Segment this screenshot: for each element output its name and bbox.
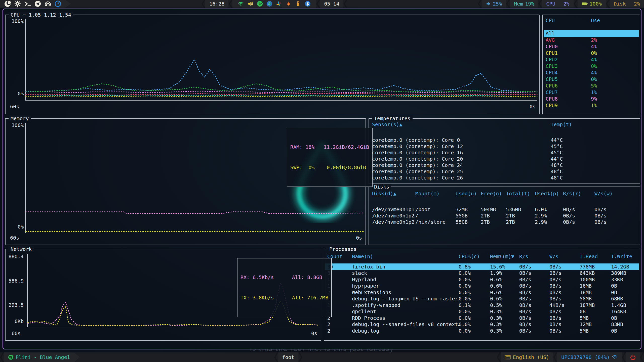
- process-col-header[interactable]: Mem%(m)▼: [490, 253, 519, 259]
- cpu-core-row[interactable]: CPU10%: [544, 50, 639, 56]
- process-col-header[interactable]: R/s: [519, 253, 549, 259]
- spiral-icon[interactable]: [45, 1, 51, 7]
- memory-value: 19%: [525, 1, 534, 7]
- process-row[interactable]: 1Hyprland0.0%0.6%0B/s0B/s100MB33KB: [325, 276, 639, 283]
- process-row[interactable]: 1hyprpaper0.0%0.6%0B/s0B/s16MB0B: [325, 283, 639, 289]
- flame-icon[interactable]: [286, 1, 292, 7]
- clock-module[interactable]: 16:28: [205, 0, 228, 8]
- disk-row[interactable]: /dev/nvme0n1p2/nix/store55GB2TB2TB2.9%0B…: [372, 219, 637, 225]
- disk-col-header[interactable]: R/s(r): [563, 191, 594, 197]
- sensor-col-header[interactable]: Sensor(s)▲: [372, 121, 551, 127]
- snowflake-icon[interactable]: [14, 1, 21, 7]
- cpu-core-row[interactable]: CPU89%: [544, 96, 639, 102]
- mem-chart-svg-series-RAM: [26, 212, 364, 214]
- cpu-usage-graph: [25, 19, 537, 101]
- cpu-core-row[interactable]: CPU44%: [544, 69, 639, 76]
- process-col-header[interactable]: T.Read: [580, 253, 611, 259]
- disk-col-header[interactable]: W/s(w): [594, 191, 613, 197]
- system-tray: [232, 0, 316, 8]
- disk-cell: 55GB: [456, 219, 481, 225]
- process-cell: hyprpaper: [352, 283, 459, 289]
- temperature-row[interactable]: coretemp.0 (coretemp): Core 1645°C: [372, 149, 637, 156]
- temperature-row[interactable]: coretemp.0 (coretemp): Core 044°C: [372, 137, 637, 143]
- process-col-header[interactable]: T.Write: [611, 253, 632, 259]
- wifi-icon[interactable]: [238, 1, 244, 7]
- cpu-core-row[interactable]: CPU91%: [544, 102, 639, 109]
- disk-row[interactable]: /dev/nvme0n1p2/55GB2TB2TB2.9%0B/s0B/s: [372, 212, 637, 219]
- bluetooth-icon[interactable]: [305, 1, 311, 7]
- sensor-name: coretemp.0 (coretemp): Core 24: [372, 162, 551, 168]
- disk-col-header[interactable]: Mount(m): [415, 191, 456, 197]
- process-row[interactable]: 35firefox-bin0.8%15.6%0B/s0B/s778MB14.2G…: [325, 263, 639, 270]
- cpu-core-row[interactable]: CPU04%: [544, 43, 639, 50]
- process-row[interactable]: 2WebExtensions0.0%0.6%0B/s0B/s18MB0B: [325, 289, 639, 296]
- now-playing-module[interactable]: Plini - Blue Angel: [4, 352, 74, 362]
- process-cell: 0.6%: [490, 277, 519, 283]
- disk-col-header[interactable]: Used(u): [456, 191, 481, 197]
- process-cell: 0B/s: [549, 308, 580, 314]
- process-row[interactable]: 1debug.log --lang=en-US --num-raster…0.0…: [325, 296, 639, 302]
- process-row[interactable]: 1gpclient0.0%0.3%0B/s0B/s0B164KB: [325, 308, 639, 315]
- mem-xtick-0s: 0s: [356, 235, 362, 241]
- cpu-load-average: 1.05 1.12 1.54: [29, 12, 71, 18]
- power-icon[interactable]: [630, 354, 636, 360]
- usb-icon[interactable]: [295, 1, 301, 7]
- process-cell: 0B/s: [519, 328, 549, 334]
- cpu-core-row[interactable]: AVG2%: [544, 37, 639, 43]
- sensor-name: coretemp.0 (coretemp): Core 12: [372, 143, 551, 149]
- battery-module[interactable]: 100%: [578, 0, 606, 8]
- process-row[interactable]: 2RDD Process0.0%0.3%0B/s0B/s5MB0B: [325, 315, 639, 321]
- speaker-icon[interactable]: [247, 1, 253, 7]
- terminal-icon[interactable]: [24, 1, 31, 7]
- wifi-icon: [612, 355, 618, 360]
- disk-col-header[interactable]: Total(t): [506, 191, 535, 197]
- process-cell: 0.0%: [459, 296, 490, 302]
- cpu-core-row[interactable]: CPU30%: [544, 63, 639, 69]
- net-ytick-293: 293.5: [8, 302, 24, 308]
- memory-module[interactable]: Mem 19%: [510, 0, 538, 8]
- disk-cell: 6.0%: [535, 206, 563, 212]
- disk-col-header[interactable]: Disk(d)▲: [372, 191, 415, 197]
- temperature-row[interactable]: coretemp.0 (coretemp): Core 1245°C: [372, 143, 637, 149]
- separator-chevron: [606, 0, 610, 8]
- process-row[interactable]: 2debug.log --shared-files=v8_context…0.0…: [325, 321, 639, 328]
- disk-row[interactable]: /dev/nvme0n1p1/boot32MB504MB536MB6.0%0B/…: [372, 206, 637, 212]
- disk-col-header[interactable]: Used%(p): [535, 191, 563, 197]
- power-module[interactable]: [626, 352, 640, 362]
- sensor-temp: 44°C: [551, 137, 563, 143]
- temp-col-header[interactable]: Temp(t): [551, 121, 572, 127]
- sensor-name: coretemp.0 (coretemp): Core 26: [372, 175, 551, 181]
- cpu-core-row[interactable]: All: [544, 30, 639, 37]
- spotify-icon[interactable]: [257, 1, 263, 7]
- cpu-core-row[interactable]: CPU65%: [544, 82, 639, 89]
- process-col-header[interactable]: CPU%(c): [459, 253, 490, 259]
- process-col-header[interactable]: Name(n): [352, 253, 459, 259]
- cpu-module[interactable]: CPU 2%: [542, 0, 573, 8]
- use-col-header[interactable]: Use: [591, 17, 600, 23]
- memory-legend: RAM: 18% 11.2GiB/62.4GiB SWP: 0% 0.0GiB/…: [287, 128, 373, 187]
- cpu-core-row[interactable]: CPU71%: [544, 89, 639, 96]
- process-row[interactable]: 8slack0.0%1.9%0B/s0B/s643KB389MB: [325, 270, 639, 277]
- keyboard-layout-module[interactable]: English (US): [501, 352, 553, 362]
- disk-col-header[interactable]: Free(n): [481, 191, 506, 197]
- gauge-icon[interactable]: [55, 1, 61, 7]
- slack-icon[interactable]: [276, 1, 282, 7]
- temperature-row[interactable]: coretemp.0 (coretemp): Core 2648°C: [372, 174, 637, 181]
- disk-module[interactable]: Disk 2%: [610, 0, 644, 8]
- wifi-network-module[interactable]: UPC8379790 (84%): [557, 352, 622, 362]
- telegram-icon[interactable]: [34, 1, 41, 7]
- volume-module[interactable]: 25%: [482, 0, 506, 8]
- temperature-row[interactable]: coretemp.0 (coretemp): Core 2044°C: [372, 156, 637, 162]
- temperature-row[interactable]: coretemp.0 (coretemp): Core 2548°C: [372, 168, 637, 174]
- cpu-col-header[interactable]: CPU: [546, 17, 591, 23]
- lock-icon[interactable]: [266, 1, 272, 7]
- process-row[interactable]: 1.spotify-wrapped0.1%0.5%0B/s4KB/s187MB1…: [325, 302, 639, 308]
- process-col-header[interactable]: W/s: [549, 253, 580, 259]
- disk-cell: /dev/nvme0n1p1: [372, 206, 415, 212]
- moon-browser-icon[interactable]: [4, 1, 11, 7]
- date-module[interactable]: 05-14: [320, 0, 343, 8]
- temperature-row[interactable]: coretemp.0 (coretemp): Core 2448°C: [372, 162, 637, 168]
- cpu-core-row[interactable]: CPU50%: [544, 76, 639, 82]
- process-row[interactable]: 2debug.log0.0%0.3%0B/s0B/s5MB0B: [325, 328, 639, 334]
- cpu-core-row[interactable]: CPU24%: [544, 56, 639, 63]
